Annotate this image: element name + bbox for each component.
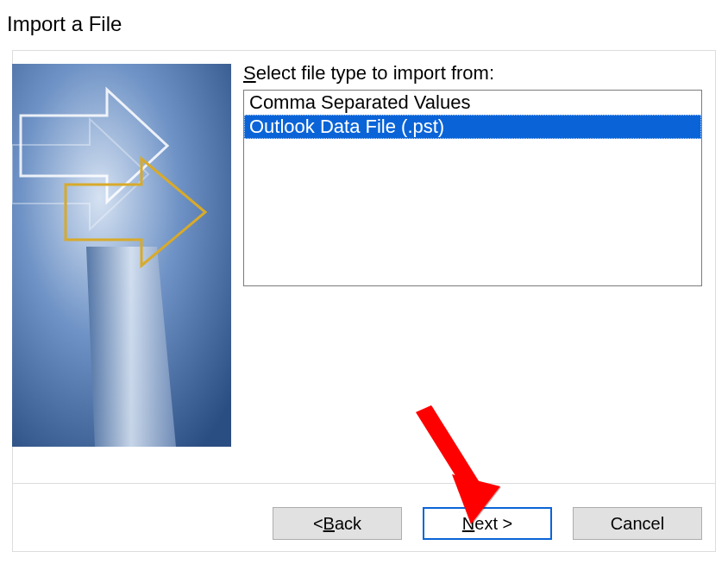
list-item[interactable]: Comma Separated Values bbox=[244, 91, 701, 115]
cancel-button[interactable]: Cancel bbox=[573, 507, 702, 540]
wizard-button-row: < Back Next > Cancel bbox=[273, 507, 702, 540]
next-button[interactable]: Next > bbox=[423, 507, 552, 540]
file-type-prompt: Select file type to import from: bbox=[243, 62, 702, 85]
wizard-sidebar-image bbox=[12, 64, 231, 447]
list-item[interactable]: Outlook Data File (.pst) bbox=[244, 115, 701, 139]
file-type-listbox[interactable]: Comma Separated Values Outlook Data File… bbox=[243, 90, 702, 286]
back-button[interactable]: < Back bbox=[273, 507, 402, 540]
separator bbox=[12, 483, 716, 484]
dialog-title: Import a File bbox=[0, 0, 728, 36]
